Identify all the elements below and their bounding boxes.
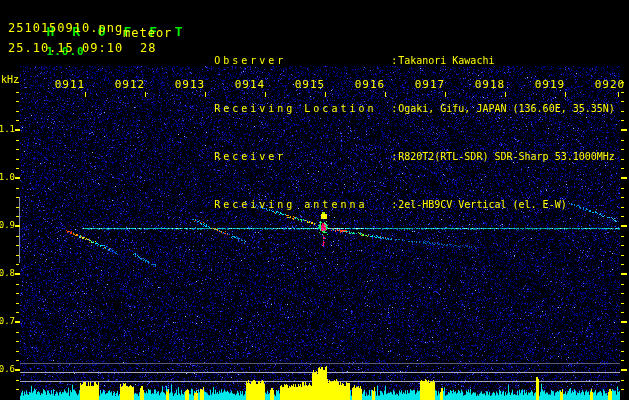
info-colon: :	[391, 152, 398, 162]
echo-count: 28	[140, 41, 156, 55]
info-row-receiver: Receiver:R820T2(RTL-SDR) SDR-Sharp 53.10…	[178, 142, 615, 152]
info-row-antenna: Receiving antenna:2el-HB9CV Vertical (el…	[178, 190, 615, 200]
info-value: Ogaki, Gifu, JAPAN (136.60E, 35.35N)	[398, 104, 615, 114]
x-tick-label-0920: 0920	[588, 79, 629, 90]
x-tick-label-0915: 0915	[288, 79, 332, 90]
info-value: 2el-HB9CV Vertical (el. E-W)	[398, 200, 567, 210]
header-title-row: H R O F F T 1.0.0	[8, 2, 188, 78]
x-tick-label-0914: 0914	[228, 79, 272, 90]
app-window: H R O F F T 1.0.0 2510150910.png meteor …	[0, 0, 629, 400]
info-colon: :	[391, 56, 398, 66]
y-tick-label-0p9: 0.9	[0, 220, 15, 231]
info-value: Takanori Kawachi	[398, 56, 494, 66]
y-axis-unit: kHz	[1, 74, 19, 85]
y-tick-label-0p6: 0.6	[0, 364, 15, 375]
x-tick-label-0911: 0911	[48, 79, 92, 90]
station-info: Observer:Takanori Kawachi Receiving Loca…	[178, 8, 615, 238]
info-row-observer: Observer:Takanori Kawachi	[178, 46, 615, 56]
x-tick-label-0919: 0919	[528, 79, 572, 90]
y-tick-label-0p7: 0.7	[0, 316, 15, 327]
x-tick-label-0912: 0912	[108, 79, 152, 90]
y-tick-label-0p8: 0.8	[0, 268, 15, 279]
info-label: Receiving antenna	[214, 200, 391, 210]
y-tick-label-1p0: 1.0	[0, 172, 15, 183]
mode-label: meteor	[123, 26, 172, 40]
info-row-location: Receiving Location:Ogaki, Gifu, JAPAN (1…	[178, 94, 615, 104]
y-tick-label-1p1: 1.1	[0, 124, 15, 135]
x-tick-label-0916: 0916	[348, 79, 392, 90]
x-tick-label-0918: 0918	[468, 79, 512, 90]
info-label: Observer	[214, 56, 391, 66]
info-colon: :	[391, 104, 398, 114]
date-time-label: 25.10.15 09:10	[8, 41, 123, 55]
x-tick-label-0917: 0917	[408, 79, 452, 90]
info-value: R820T2(RTL-SDR) SDR-Sharp 53.1000MHz	[398, 152, 615, 162]
x-tick-label-0913: 0913	[168, 79, 212, 90]
info-label: Receiver	[214, 152, 391, 162]
info-colon: :	[391, 200, 398, 210]
info-label: Receiving Location	[214, 104, 391, 114]
output-filename: 2510150910.png	[8, 21, 123, 35]
